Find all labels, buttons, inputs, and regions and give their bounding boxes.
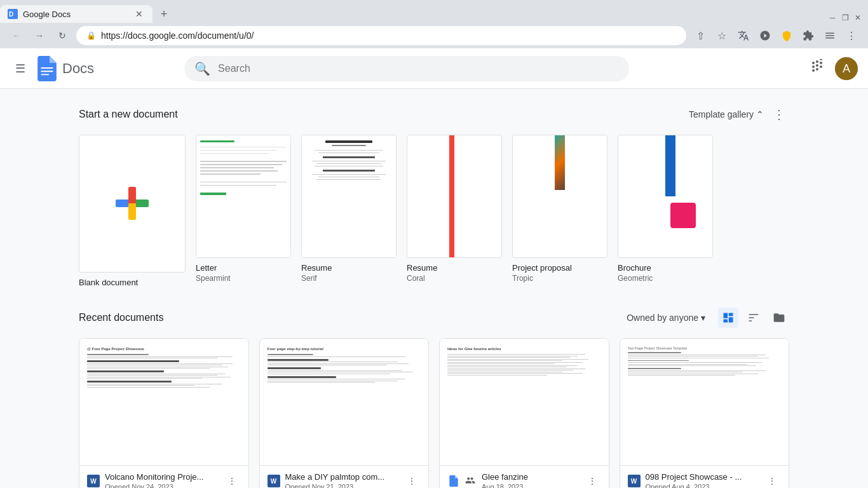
template-brochure[interactable]: Brochure Geometric (618, 135, 713, 287)
forward-button[interactable]: → (31, 27, 48, 44)
svg-text:A: A (843, 62, 850, 75)
extension-icon-3[interactable] (799, 27, 817, 44)
template-gallery-button[interactable]: Template gallery ⌃ (689, 109, 764, 119)
template-gallery-label: Template gallery (689, 109, 754, 119)
translate-icon[interactable] (735, 27, 752, 44)
svg-text:D: D (9, 11, 13, 18)
new-tab-button[interactable]: + (155, 5, 173, 23)
owned-filter-button[interactable]: Owned by anyone ▾ (619, 309, 713, 327)
template-letter[interactable]: Letter Spearmint (196, 135, 291, 287)
google-apps-icon[interactable] (804, 54, 830, 83)
doc-type-icon-1: W (87, 475, 100, 487)
extension-icon-2[interactable] (778, 27, 796, 44)
sidebar-toggle-icon[interactable] (821, 27, 839, 44)
template-type-resume-serif: Serif (301, 274, 397, 283)
doc-name-1: Volcano Monitoring Proje... (105, 472, 218, 482)
tab-bar: D Google Docs ✕ + ─ ❐ ✕ (0, 0, 868, 23)
url-text: https://docs.google.com/document/u/0/ (101, 30, 676, 41)
browser-toolbar: ⇧ ☆ ⋮ (691, 27, 860, 44)
active-tab[interactable]: D Google Docs ✕ (0, 5, 153, 23)
docs-logo: Docs (36, 56, 94, 81)
browser-menu-icon[interactable]: ⋮ (843, 27, 860, 44)
doc-preview-3: Ideas for Glee fanzine articles (440, 339, 609, 466)
doc-meta-3: Glee fanzine Aug 18, 2023 (482, 472, 578, 488)
document-card-4[interactable]: Two Page Project Showcase Template (620, 338, 790, 488)
doc-menu-3[interactable]: ⋮ (583, 472, 601, 488)
recent-section-title: Recent documents (79, 312, 619, 323)
template-resume-serif[interactable]: Resume Serif (301, 135, 397, 287)
doc-menu-4[interactable]: ⋮ (763, 472, 781, 488)
templates-section-header: Start a new document Template gallery ⌃ … (79, 104, 789, 125)
doc-info-2: W Make a DIY palmtop com... Opened Nov 2… (260, 466, 429, 488)
doc-name-4: 098 Project Showcase - ... (646, 472, 759, 482)
header-right: A (804, 54, 858, 83)
doc-type-icon-3 (447, 475, 460, 487)
expand-icon: ⌃ (756, 109, 764, 119)
template-blank[interactable]: Blank document (79, 135, 186, 287)
doc-menu-1[interactable]: ⋮ (223, 472, 241, 488)
user-avatar[interactable]: A (835, 57, 858, 80)
doc-name-3: Glee fanzine (482, 472, 578, 482)
templates-more-button[interactable]: ⋮ (769, 104, 789, 125)
doc-date-4: Opened Aug 4, 2023 (646, 483, 759, 488)
document-card-2[interactable]: Four page step-by-step tutorial (259, 338, 430, 488)
template-project[interactable]: Project proposal Tropic (512, 135, 607, 287)
document-card-3[interactable]: Ideas for Glee fanzine articles (439, 338, 609, 488)
template-type-letter: Spearmint (196, 274, 291, 283)
doc-preview-2: Four page step-by-step tutorial (260, 339, 429, 466)
doc-meta-1: Volcano Monitoring Proje... Opened Nov 2… (105, 472, 218, 488)
doc-info-1: W Volcano Monitoring Proje... Opened Nov… (79, 466, 248, 488)
doc-info-4: W 098 Project Showcase - ... Opened Aug … (620, 466, 789, 488)
browser-chrome: D Google Docs ✕ + ─ ❐ ✕ ← → ↻ 🔒 https://… (0, 0, 868, 48)
main-content: Start a new document Template gallery ⌃ … (69, 89, 799, 488)
collab-icon-3 (465, 475, 475, 487)
documents-grid: @ Four Page Project Showcase (79, 338, 789, 488)
document-card-1[interactable]: @ Four Page Project Showcase (79, 338, 249, 488)
template-name-blank: Blank document (79, 278, 186, 287)
doc-preview-1: @ Four Page Project Showcase (79, 339, 248, 466)
grid-view-button[interactable] (718, 308, 738, 328)
close-window-button[interactable]: ✕ (853, 13, 863, 23)
template-thumbnail-resume-serif (301, 135, 397, 258)
blank-plus-icon (79, 135, 185, 272)
docs-logo-icon (36, 56, 58, 81)
extension-icon-1[interactable] (756, 27, 774, 44)
doc-info-3: Glee fanzine Aug 18, 2023 ⋮ (440, 466, 609, 488)
sort-button[interactable] (743, 308, 764, 328)
doc-date-1: Opened Nov 24, 2023 (105, 483, 218, 488)
doc-preview-4: Two Page Project Showcase Template (620, 339, 789, 466)
template-thumbnail-letter (196, 135, 291, 258)
owned-filter-chevron: ▾ (701, 313, 705, 323)
folder-view-button[interactable] (769, 308, 789, 328)
recent-section: Recent documents Owned by anyone ▾ (79, 308, 789, 488)
tab-close-button[interactable]: ✕ (133, 8, 145, 20)
doc-meta-2: Make a DIY palmtop com... Opened Nov 21,… (285, 472, 398, 488)
template-thumbnail-brochure (618, 135, 713, 258)
bookmark-icon[interactable]: ☆ (713, 27, 731, 44)
app-header: ☰ Docs 🔍 A (0, 48, 868, 89)
share-icon[interactable]: ⇧ (691, 27, 709, 44)
template-type-brochure: Geometric (618, 274, 713, 283)
minimize-button[interactable]: ─ (827, 13, 837, 23)
url-bar[interactable]: 🔒 https://docs.google.com/document/u/0/ (76, 26, 686, 45)
template-thumbnail-resume-coral (407, 135, 502, 258)
svg-rect-4 (41, 74, 49, 75)
reload-button[interactable]: ↻ (53, 27, 71, 44)
tab-favicon: D (8, 9, 18, 19)
templates-grid: Blank document (79, 135, 789, 287)
restore-button[interactable]: ❐ (840, 13, 850, 23)
docs-logo-text: Docs (62, 60, 94, 77)
search-inner[interactable]: 🔍 (184, 56, 629, 81)
template-name-letter: Letter (196, 263, 291, 273)
doc-name-2: Make a DIY palmtop com... (285, 472, 398, 482)
template-resume-coral[interactable]: Resume Coral (407, 135, 502, 287)
svg-rect-3 (41, 71, 53, 72)
doc-menu-2[interactable]: ⋮ (403, 472, 421, 488)
template-name-project: Project proposal (512, 263, 607, 273)
doc-type-icon-2: W (268, 475, 280, 487)
templates-section-actions: Template gallery ⌃ ⋮ (689, 104, 789, 125)
doc-date-2: Opened Nov 21, 2023 (285, 483, 398, 488)
back-button[interactable]: ← (8, 27, 25, 44)
search-input[interactable] (218, 63, 619, 74)
hamburger-menu[interactable]: ☰ (10, 57, 31, 81)
